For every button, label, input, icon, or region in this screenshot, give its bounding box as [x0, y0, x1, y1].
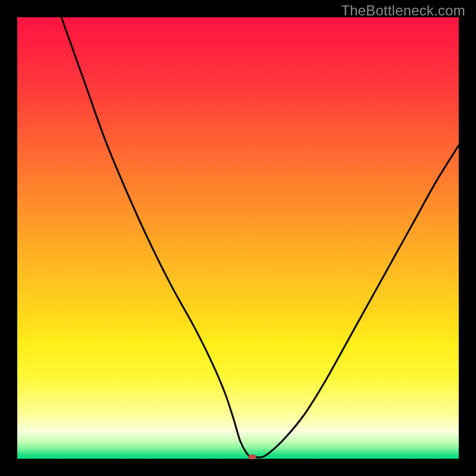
watermark-text: TheBottleneck.com: [341, 2, 465, 19]
curve-path: [61, 17, 459, 458]
chart-frame: TheBottleneck.com: [0, 0, 476, 476]
optimum-marker: [249, 455, 256, 459]
plot-area: [17, 17, 459, 459]
bottleneck-curve: [17, 17, 459, 459]
